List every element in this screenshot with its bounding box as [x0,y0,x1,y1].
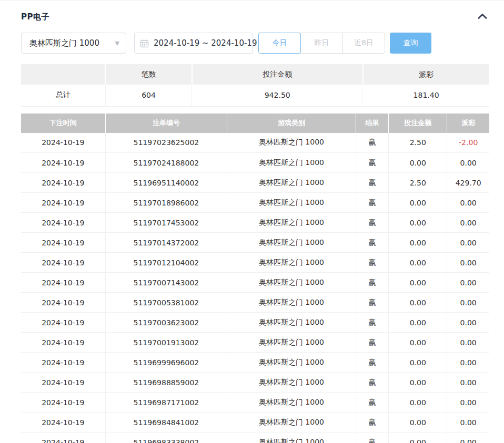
cell-order-id: 51196984841002 [105,413,227,432]
cell-bet-time: 2024-10-19 [21,133,105,153]
cell-payout: 0.00 [447,393,489,413]
summary-header-bet-amount: 投注金额 [192,64,363,85]
cell-result: 赢 [356,173,388,193]
cell-bet-amount: 0.00 [389,393,447,413]
cell-bet-time: 2024-10-19 [21,413,105,432]
cell-game-category: 奥林匹斯之门 1000 [227,173,356,193]
cell-game-category: 奥林匹斯之门 1000 [227,432,356,443]
table-row: 2024-10-1951196987171002奥林匹斯之门 1000赢0.00… [21,393,489,413]
summary-total-payout: 181.40 [363,85,489,106]
cell-payout: 0.00 [447,353,489,373]
cell-result: 赢 [356,333,388,353]
cell-game-category: 奥林匹斯之门 1000 [227,333,356,353]
cell-bet-amount: 2.50 [389,173,447,193]
records-header-payout: 派彩 [447,114,489,133]
cell-game-category: 奥林匹斯之门 1000 [227,233,356,253]
cell-bet-time: 2024-10-19 [21,213,105,233]
last-8-days-button[interactable]: 近8日 [342,33,385,54]
game-select[interactable]: 奥林匹斯之门 1000 ▼ [21,33,126,54]
quick-range-button-group: 今日 昨日 近8日 [258,33,385,54]
cell-bet-time: 2024-10-19 [21,253,105,273]
records-header-bet-time: 下注时间 [21,114,105,133]
game-select-value: 奥林匹斯之门 1000 [29,38,112,48]
summary-total-row: 总计 604 942.50 181.40 [21,85,489,106]
table-row: 2024-10-1951197005381002奥林匹斯之门 1000赢0.00… [21,293,489,313]
records-header-game-category: 游戏类别 [227,114,356,133]
date-range-picker[interactable]: 2024-10-19 ~ 2024-10-19 [134,33,253,54]
cell-payout: -2.00 [447,133,489,153]
table-row: 2024-10-1951196951140002奥林匹斯之门 1000赢2.50… [21,173,489,193]
cell-order-id: 51197023625002 [105,133,227,153]
cell-payout: 0.00 [447,293,489,313]
cell-bet-time: 2024-10-19 [21,293,105,313]
cell-result: 赢 [356,293,388,313]
cell-game-category: 奥林匹斯之门 1000 [227,313,356,333]
cell-result: 赢 [356,353,388,373]
cell-bet-time: 2024-10-19 [21,273,105,293]
summary-header-payout: 派彩 [363,64,489,85]
table-row: 2024-10-1951197012104002奥林匹斯之门 1000赢0.00… [21,253,489,273]
cell-result: 赢 [356,213,388,233]
date-range-value: 2024-10-19 ~ 2024-10-19 [154,38,257,48]
cell-payout: 0.00 [447,253,489,273]
cell-bet-amount: 2.50 [389,133,447,153]
cell-result: 赢 [356,273,388,293]
table-row: 2024-10-1951196983338002奥林匹斯之门 1000赢0.00… [21,432,489,443]
cell-bet-amount: 0.00 [389,153,447,173]
cell-game-category: 奥林匹斯之门 1000 [227,393,356,413]
cell-bet-time: 2024-10-19 [21,153,105,173]
summary-total-label: 总计 [21,85,105,106]
collapse-panel-button[interactable] [476,11,489,23]
cell-order-id: 51196951140002 [105,173,227,193]
cell-result: 赢 [356,432,388,443]
search-button[interactable]: 查询 [390,33,431,54]
calendar-icon [140,39,149,48]
cell-game-category: 奥林匹斯之门 1000 [227,373,356,393]
cell-bet-amount: 0.00 [389,353,447,373]
cell-game-category: 奥林匹斯之门 1000 [227,153,356,173]
cell-bet-time: 2024-10-19 [21,353,105,373]
cell-game-category: 奥林匹斯之门 1000 [227,133,356,153]
cell-payout: 0.00 [447,333,489,353]
cell-payout: 0.00 [447,153,489,173]
cell-result: 赢 [356,153,388,173]
cell-order-id: 51196999696002 [105,353,227,373]
panel-header: PP电子 [21,10,489,24]
table-row: 2024-10-1951196984841002奥林匹斯之门 1000赢0.00… [21,413,489,432]
table-row: 2024-10-1951197003623002奥林匹斯之门 1000赢0.00… [21,313,489,333]
cell-game-category: 奥林匹斯之门 1000 [227,253,356,273]
cell-payout: 0.00 [447,213,489,233]
table-row: 2024-10-1951196999696002奥林匹斯之门 1000赢0.00… [21,353,489,373]
yesterday-button[interactable]: 昨日 [300,33,343,54]
cell-bet-amount: 0.00 [389,432,447,443]
cell-game-category: 奥林匹斯之门 1000 [227,193,356,213]
table-row: 2024-10-1951197017453002奥林匹斯之门 1000赢0.00… [21,213,489,233]
records-header-row: 下注时间 注单编号 游戏类别 结果 投注金额 派彩 [21,114,489,133]
cell-payout: 429.70 [447,173,489,193]
chevron-down-icon: ▼ [115,40,119,47]
cell-bet-amount: 0.00 [389,333,447,353]
cell-bet-time: 2024-10-19 [21,333,105,353]
today-button[interactable]: 今日 [258,33,301,54]
cell-bet-time: 2024-10-19 [21,233,105,253]
records-table-body: 2024-10-1951197023625002奥林匹斯之门 1000赢2.50… [21,133,489,443]
cell-bet-amount: 0.00 [389,213,447,233]
cell-order-id: 51196987171002 [105,393,227,413]
cell-result: 赢 [356,393,388,413]
cell-result: 赢 [356,133,388,153]
records-table: 下注时间 注单编号 游戏类别 结果 投注金额 派彩 2024-10-195119… [21,114,489,443]
cell-payout: 0.00 [447,313,489,333]
summary-header-row: 笔数 投注金额 派彩 [21,64,489,85]
page-title: PP电子 [21,12,49,22]
cell-bet-time: 2024-10-19 [21,313,105,333]
cell-order-id: 51197007143002 [105,273,227,293]
cell-order-id: 51197005381002 [105,293,227,313]
cell-bet-time: 2024-10-19 [21,373,105,393]
report-panel: PP电子 奥林匹斯之门 1000 ▼ 2024-10-19 ~ 2024-10-… [0,1,504,443]
summary-header-blank [21,64,105,85]
summary-table: 笔数 投注金额 派彩 总计 604 942.50 181.40 [21,64,489,107]
cell-order-id: 51196983338002 [105,432,227,443]
cell-payout: 0.00 [447,233,489,253]
cell-order-id: 51197001913002 [105,333,227,353]
chevron-up-icon [478,13,487,21]
